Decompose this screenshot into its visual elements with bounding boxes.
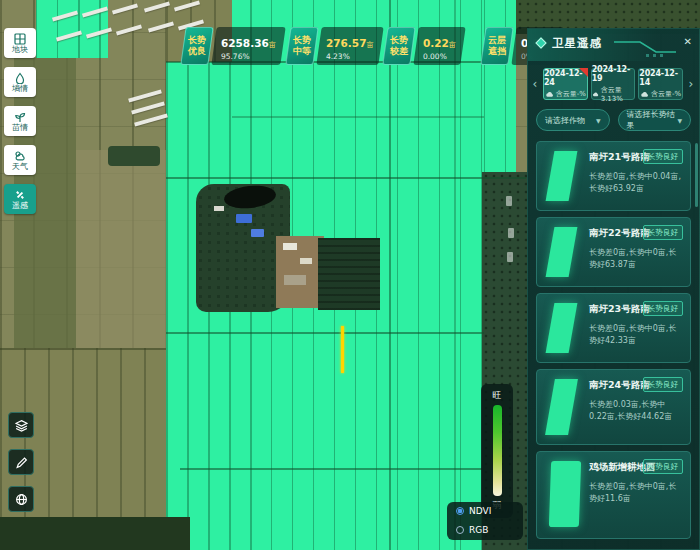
cloud-coverage-label: 含云量-% bbox=[556, 89, 586, 99]
close-icon[interactable]: ✕ bbox=[684, 36, 692, 47]
sidebar-item-label: 遥感 bbox=[12, 202, 28, 210]
building bbox=[214, 206, 224, 211]
building bbox=[300, 258, 312, 264]
radio-unselected-icon bbox=[456, 526, 464, 534]
header-swoosh-decoration bbox=[614, 38, 676, 60]
filter-row: 请选择作物 ▼ 请选择长势结果 ▼ bbox=[528, 106, 699, 139]
date-tab[interactable]: 2024-12-19 含云量3.13% bbox=[591, 68, 636, 100]
stat-label: 遮挡 bbox=[488, 46, 506, 57]
stat-value: 276.57 bbox=[326, 37, 367, 49]
plot-title: 南圩23号路南 bbox=[589, 303, 650, 316]
dates-next-arrow[interactable]: › bbox=[686, 78, 696, 90]
plot-grid-icon bbox=[14, 33, 26, 45]
plot-shape-thumbnail bbox=[546, 303, 578, 353]
plot-shape-thumbnail bbox=[546, 227, 578, 277]
stat-label-badge: 长势优良 bbox=[180, 27, 213, 65]
map-poi-marker bbox=[506, 196, 512, 206]
plot-card[interactable]: 南圩24号路南 长势良好 长势差0.03亩,长势中0.22亩,长势好44.62亩 bbox=[536, 369, 691, 445]
plot-card[interactable]: 鸡场新增耕地西 长势良好 长势差0亩,长势中0亩,长势好11.6亩 bbox=[536, 451, 691, 539]
map-poi-marker bbox=[508, 228, 514, 238]
map-layers-icon bbox=[15, 419, 28, 432]
ndvi-radio-option[interactable]: NDVI bbox=[456, 506, 514, 516]
stat-label: 较差 bbox=[390, 46, 408, 57]
blue-roof-building bbox=[251, 229, 264, 237]
map-tree-row bbox=[108, 146, 160, 166]
stat-value-panel: 6258.36亩 95.76% bbox=[211, 27, 285, 65]
field-boundary bbox=[166, 332, 484, 334]
cloud-icon bbox=[592, 91, 599, 97]
globe-button[interactable] bbox=[8, 486, 34, 512]
plot-card[interactable]: 南圩23号路南 长势良好 长势差0亩,长势中0亩,长势好42.33亩 bbox=[536, 293, 691, 363]
diamond-icon bbox=[535, 37, 546, 48]
stat-label: 长势 bbox=[390, 35, 408, 46]
stat-label: 长势 bbox=[293, 35, 311, 46]
map-poi-marker bbox=[507, 252, 513, 262]
plot-growth-detail: 长势差0亩,长势中0亩,长势好11.6亩 bbox=[589, 481, 683, 506]
growth-select-dropdown[interactable]: 请选择长势结果 ▼ bbox=[618, 109, 692, 131]
plot-list: 南圩21号路南 长势良好 长势差0亩,长势中0.04亩,长势好63.92亩 南圩… bbox=[528, 139, 699, 549]
stat-label-badge: 云层遮挡 bbox=[481, 27, 514, 65]
stat-value-panel: 0.22亩 0.00% bbox=[414, 27, 466, 65]
globe-icon bbox=[15, 493, 28, 506]
draw-measure-button[interactable] bbox=[8, 449, 34, 475]
plot-shape-thumbnail bbox=[549, 461, 581, 527]
sidebar-item-soil-moisture[interactable]: 墒情 bbox=[4, 67, 36, 97]
growth-status-badge: 长势良好 bbox=[643, 225, 683, 240]
sidebar-item-weather[interactable]: 天气 bbox=[4, 145, 36, 175]
radio-selected-icon bbox=[456, 507, 464, 515]
stat-percent: 95.76% bbox=[221, 52, 276, 61]
sidebar-item-remote-sensing[interactable]: 遥感 bbox=[4, 184, 36, 214]
plot-title: 南圩22号路南 bbox=[589, 227, 650, 240]
map-tool-buttons bbox=[8, 412, 34, 512]
chevron-down-icon: ▼ bbox=[596, 117, 601, 124]
ndvi-label: NDVI bbox=[469, 506, 491, 516]
cloud-coverage-label: 含云量3.13% bbox=[601, 85, 635, 103]
plot-card[interactable]: 南圩22号路南 长势良好 长势差0亩,长势中0亩,长势好63.87亩 bbox=[536, 217, 691, 287]
stat-value-panel: 276.57亩 4.23% bbox=[316, 27, 383, 65]
orchard-block bbox=[318, 238, 380, 310]
growth-status-badge: 长势良好 bbox=[643, 377, 683, 392]
new-flag-icon bbox=[579, 68, 588, 77]
stat-label: 长势 bbox=[188, 35, 206, 46]
growth-status-badge: 长势良好 bbox=[643, 149, 683, 164]
field-boundary bbox=[166, 177, 526, 179]
stat-value: 0.22 bbox=[423, 37, 449, 49]
cloud-icon bbox=[640, 91, 649, 97]
sidebar-item-seedling[interactable]: 苗情 bbox=[4, 106, 36, 136]
map-layers-button[interactable] bbox=[8, 412, 34, 438]
growth-select-placeholder: 请选择长势结果 bbox=[627, 109, 678, 131]
stat-group-medium: 长势中等 276.57亩 4.23% bbox=[288, 27, 381, 65]
sidebar-item-label: 墒情 bbox=[12, 85, 28, 93]
stat-unit: 亩 bbox=[449, 41, 456, 49]
crop-select-dropdown[interactable]: 请选择作物 ▼ bbox=[536, 109, 610, 131]
date-tab[interactable]: 2024-12-24 含云量-% bbox=[543, 68, 588, 100]
sidebar-item-plots[interactable]: 地块 bbox=[4, 28, 36, 58]
map-field-patch bbox=[76, 150, 166, 350]
plot-card[interactable]: 南圩21号路南 长势良好 长势差0亩,长势中0.04亩,长势好63.92亩 bbox=[536, 141, 691, 211]
building bbox=[283, 243, 297, 250]
stat-label-badge: 长势中等 bbox=[285, 27, 318, 65]
weather-icon bbox=[14, 150, 26, 162]
date-label: 2024-12-14 bbox=[639, 69, 682, 87]
field-boundary bbox=[232, 116, 484, 118]
growth-stats-bar: 长势优良 6258.36亩 95.76% 长势中等 276.57亩 4.23% bbox=[183, 27, 561, 65]
greenhouse-cluster bbox=[128, 94, 172, 126]
stat-percent: 0.00% bbox=[423, 52, 456, 61]
chevron-down-icon: ▼ bbox=[677, 117, 682, 124]
date-tab[interactable]: 2024-12-14 含云量-% bbox=[638, 68, 683, 100]
sidebar-nav: 地块 墒情 苗情 天气 遥感 bbox=[4, 28, 36, 214]
map-crop-fields bbox=[484, 0, 516, 172]
panel-header: 卫星遥感 ✕ bbox=[528, 29, 699, 61]
sidebar-item-label: 天气 bbox=[12, 163, 28, 171]
stat-group-excellent: 长势优良 6258.36亩 95.76% bbox=[183, 27, 283, 65]
highlighted-field-line bbox=[341, 326, 344, 373]
draw-pencil-icon bbox=[15, 456, 28, 469]
rgb-radio-option[interactable]: RGB bbox=[456, 525, 514, 535]
panel-scrollbar[interactable] bbox=[695, 143, 698, 207]
stat-percent: 4.23% bbox=[326, 52, 374, 61]
layer-toggle: NDVI RGB bbox=[447, 502, 523, 540]
plot-shape-thumbnail bbox=[546, 151, 578, 201]
stat-label: 中等 bbox=[293, 46, 311, 57]
dates-prev-arrow[interactable]: ‹ bbox=[530, 78, 540, 90]
rgb-label: RGB bbox=[469, 525, 488, 535]
